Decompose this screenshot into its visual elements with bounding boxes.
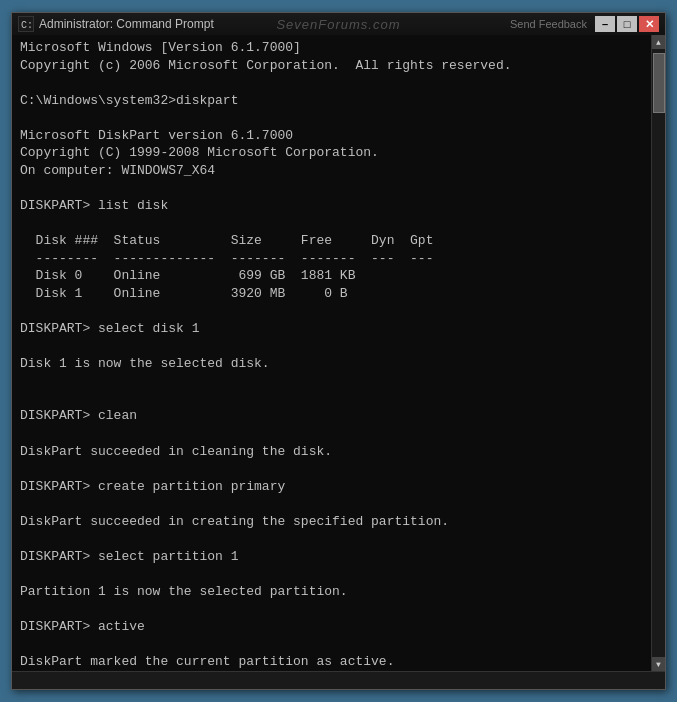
- close-button[interactable]: ✕: [639, 16, 659, 32]
- scrollbar[interactable]: ▲ ▼: [651, 35, 665, 671]
- maximize-button[interactable]: □: [617, 16, 637, 32]
- content-area: Microsoft Windows [Version 6.1.7000] Cop…: [12, 35, 665, 671]
- send-feedback-link[interactable]: Send Feedback: [510, 18, 587, 30]
- statusbar: [12, 671, 665, 689]
- scroll-track[interactable]: [652, 49, 665, 657]
- titlebar-left: C: Administrator: Command Prompt: [18, 16, 214, 32]
- titlebar: C: Administrator: Command Prompt SevenFo…: [12, 13, 665, 35]
- scroll-thumb[interactable]: [653, 53, 665, 113]
- scroll-down-arrow[interactable]: ▼: [652, 657, 666, 671]
- watermark: SevenForums.com: [276, 17, 400, 32]
- cmd-icon: C:: [18, 16, 34, 32]
- terminal-output[interactable]: Microsoft Windows [Version 6.1.7000] Cop…: [12, 35, 651, 671]
- svg-text:C:: C:: [21, 20, 33, 31]
- minimize-button[interactable]: –: [595, 16, 615, 32]
- scroll-up-arrow[interactable]: ▲: [652, 35, 666, 49]
- cmd-window: C: Administrator: Command Prompt SevenFo…: [11, 12, 666, 690]
- titlebar-controls: Send Feedback – □ ✕: [510, 16, 659, 32]
- window-title: Administrator: Command Prompt: [39, 17, 214, 31]
